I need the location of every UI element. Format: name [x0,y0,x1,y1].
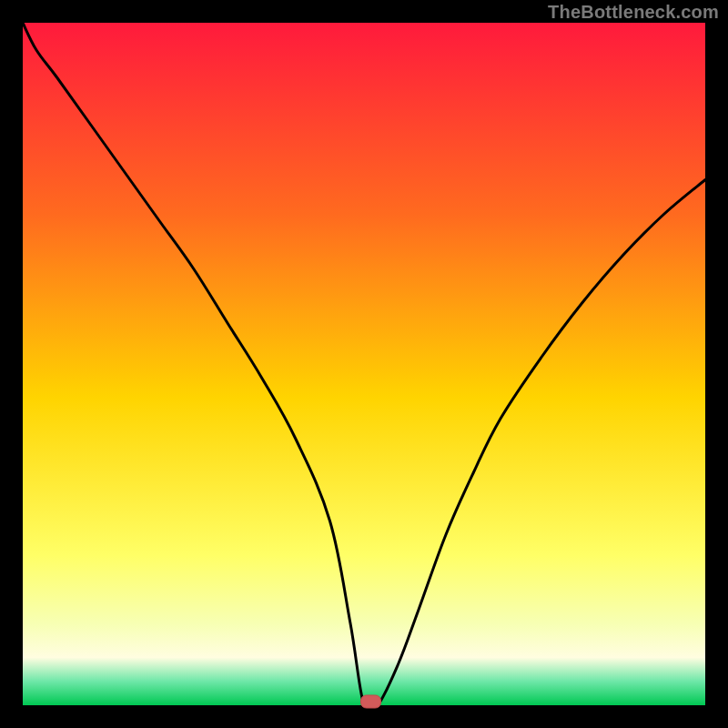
optimal-marker [361,695,381,708]
bottleneck-chart [0,0,728,728]
watermark-label: TheBottleneck.com [548,2,719,23]
chart-stage: { "watermark": "TheBottleneck.com", "col… [0,0,728,728]
plot-background [23,23,705,705]
